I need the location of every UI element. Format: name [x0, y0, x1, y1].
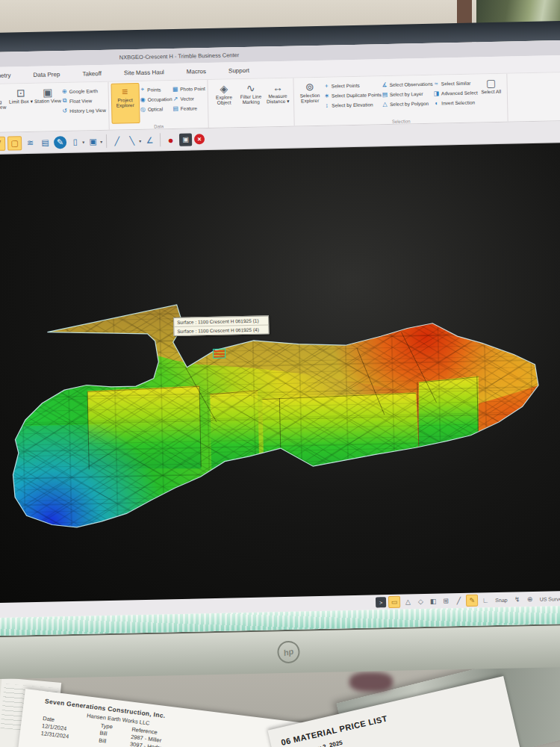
tooltip-line-2: Surface : 1100 Crescent H 061925 (4): [174, 324, 268, 335]
monitor-screen: NXBGEO-Crescent H - Trimble Business Cen…: [0, 40, 560, 636]
float-view-icon: ⧉: [61, 97, 68, 105]
draw-icon[interactable]: ✎: [466, 595, 478, 607]
toolbar-separator: [106, 134, 107, 148]
shading-icon[interactable]: ◧: [428, 596, 438, 607]
selection-explorer-icon: ⊚: [305, 81, 314, 93]
select-by-elevation-icon: ↕: [323, 102, 330, 108]
measure-distance-button[interactable]: ↔ Measure Distance ▾: [264, 80, 292, 121]
print-dropdown-icon[interactable]: ▾: [100, 138, 102, 143]
ruler-dropdown-icon[interactable]: ▾: [139, 137, 141, 143]
google-earth-button[interactable]: ⊕ Google Earth: [61, 86, 106, 96]
feature-icon: ▤: [172, 105, 179, 111]
window-title: NXBGEO-Crescent H - Trimble Business Cen…: [119, 52, 240, 61]
data-group: ≡ Project Explorer ⌖ Points ◉ Occupation…: [108, 80, 209, 130]
measure-distance-icon: ↔: [273, 81, 283, 93]
explore-object-button[interactable]: ◈ Explore Object: [211, 81, 238, 122]
select-by-polygon-button[interactable]: △ Select by Polygon: [382, 99, 433, 108]
grid-icon[interactable]: ⊞: [441, 595, 451, 606]
invert-selection-icon: ◐: [433, 99, 440, 106]
advanced-select-icon: ◨: [433, 90, 440, 96]
select-duplicate-points-icon: ∗: [323, 92, 330, 99]
snapshot-icon[interactable]: ▣: [179, 133, 192, 146]
limit-box-button[interactable]: ⊡ Limit Box ▾: [7, 85, 35, 126]
surface-3d-model[interactable]: [0, 143, 560, 604]
filter-select-icon[interactable]: ∇: [0, 136, 5, 150]
select-points-button[interactable]: + Select Points: [323, 80, 382, 90]
print-icon[interactable]: ▣: [87, 135, 99, 148]
project-explorer-button[interactable]: ≡ Project Explorer: [111, 83, 140, 124]
optical-icon: ◎: [140, 105, 146, 112]
tab-photogrammetry[interactable]: Photogrammetry: [0, 69, 22, 83]
invert-selection-button[interactable]: ◐ Invert Selection: [433, 97, 478, 107]
photo-point-button[interactable]: ▦ Photo Point: [172, 84, 205, 93]
tab-macros[interactable]: Macros: [175, 64, 218, 78]
explore-object-icon: ◈: [220, 82, 228, 94]
vector-measure-icon[interactable]: ∠: [143, 134, 156, 146]
select-similar-icon: ≈: [433, 80, 440, 87]
price-list-paper: 06 MATERIAL PRICE LIST uary 2, 2025: [267, 676, 520, 747]
vector-button[interactable]: ↗ Vector: [172, 93, 205, 103]
snap-label[interactable]: Snap: [495, 597, 508, 602]
points-button[interactable]: ⌖ Points: [139, 84, 172, 94]
ruler-icon[interactable]: ╲: [125, 134, 138, 146]
select-by-elevation-button[interactable]: ↕ Select by Elevation: [323, 99, 382, 110]
running-snap-icon[interactable]: ↯: [511, 594, 522, 604]
filter-line-marking-button[interactable]: ∿ Filter Line Marking: [237, 80, 265, 121]
history-log-view-button[interactable]: ↺ History Log View: [61, 105, 106, 115]
station-view-icon: ▣: [43, 86, 53, 98]
google-earth-icon: ⊕: [61, 87, 68, 94]
select-duplicate-points-button[interactable]: ∗ Select Duplicate Points: [323, 90, 382, 100]
command-console-icon[interactable]: >: [376, 597, 386, 607]
selection-group: ⊚ Selection Explorer + Select Points ∗ S…: [294, 74, 508, 126]
polygon-snap-icon[interactable]: △: [402, 596, 413, 607]
select-by-layer-button[interactable]: ▤ Select by Layer: [382, 89, 433, 99]
toolbar-separator: [160, 133, 161, 146]
photo-point-icon: ▦: [172, 85, 178, 92]
occupation-button[interactable]: ◉ Occupation: [139, 94, 172, 104]
record-icon[interactable]: ●: [164, 133, 177, 146]
layers-icon[interactable]: ≋: [24, 136, 37, 149]
tab-data-prep[interactable]: Data Prep: [22, 67, 71, 81]
tab-takeoff[interactable]: Takeoff: [71, 66, 113, 80]
marquee-select-icon[interactable]: ▢: [7, 136, 22, 150]
points-icon: ⌖: [139, 86, 146, 93]
select-observations-button[interactable]: ∡ Select Observations: [381, 79, 432, 89]
measure-snap-icon[interactable]: ╱: [453, 595, 464, 606]
clipboard-icon[interactable]: ▯: [69, 135, 81, 148]
globe-icon[interactable]: ⊕: [524, 594, 535, 604]
view-group: ◪ Cutting Plane View ⊡ Limit Box ▾ ▣ Sta…: [0, 82, 109, 133]
tab-site-mass-haul[interactable]: Site Mass Haul: [113, 65, 175, 79]
hp-logo: hp: [275, 639, 302, 666]
hp-monitor: NXBGEO-Crescent H - Trimble Business Cen…: [0, 21, 560, 680]
limit-box-icon: ⊡: [16, 87, 25, 99]
project-explorer-icon: ≡: [122, 85, 128, 97]
select-points-icon: +: [323, 82, 330, 89]
new-document-icon[interactable]: ▤: [39, 136, 52, 149]
tab-support[interactable]: Support: [217, 63, 261, 77]
select-by-polygon-icon: △: [382, 100, 388, 107]
selection-marker: [213, 349, 225, 359]
ortho-mode-icon[interactable]: ▭: [388, 596, 400, 608]
surface-tooltip: Surface : 1100 Crescent H 061925 (1) Sur…: [173, 315, 269, 336]
advanced-select-button[interactable]: ◨ Advanced Select: [433, 87, 478, 97]
float-view-button[interactable]: ⧉ Float View: [61, 96, 106, 105]
vector-icon: ↗: [172, 95, 178, 102]
close-red-icon[interactable]: ×: [194, 134, 205, 144]
pan-hand-icon[interactable]: ◇: [415, 596, 426, 607]
background-object: [349, 672, 393, 692]
explore-group: ◈ Explore Object ∿ Filter Line Marking ↔…: [208, 78, 295, 128]
measure-line-icon[interactable]: ╱: [111, 134, 123, 147]
select-observations-icon: ∡: [381, 81, 388, 87]
station-view-button[interactable]: ▣ Station View: [34, 84, 62, 125]
feature-button[interactable]: ▤ Feature: [172, 103, 206, 113]
optical-button[interactable]: ◎ Optical: [140, 104, 172, 114]
clipboard-dropdown-icon[interactable]: ▾: [82, 139, 84, 144]
select-all-button[interactable]: ▢ Select All: [477, 75, 505, 117]
history-log-icon: ↺: [61, 107, 68, 114]
selection-explorer-button[interactable]: ⊚ Selection Explorer: [296, 79, 324, 120]
edit-icon[interactable]: ✎: [54, 135, 66, 148]
3d-viewport[interactable]: Surface : 1100 Crescent H 061925 (1) Sur…: [0, 143, 560, 604]
unit-label[interactable]: US Survey Foot: [540, 595, 560, 601]
ruler-corner-icon[interactable]: ∟: [480, 595, 491, 605]
select-similar-button[interactable]: ≈ Select Similar: [433, 78, 478, 87]
